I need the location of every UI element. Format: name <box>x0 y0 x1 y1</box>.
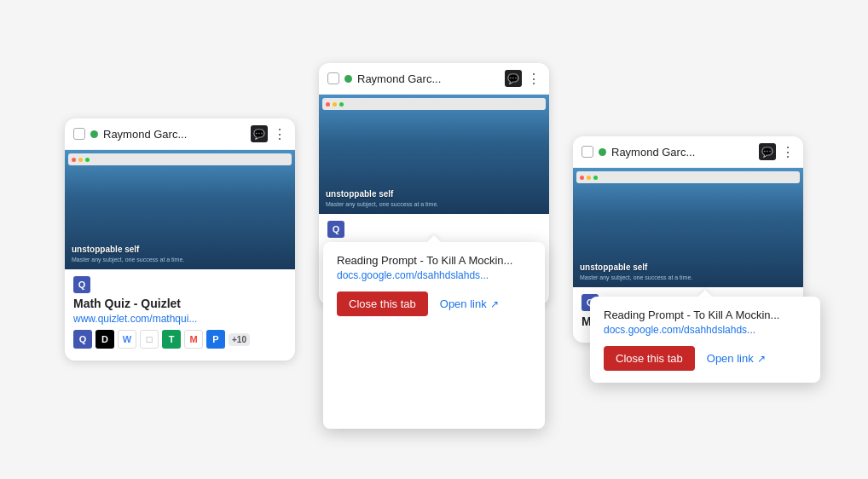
student-name-1: Raymond Garc... <box>103 128 246 141</box>
status-dot-2 <box>344 75 352 83</box>
tab-popup-2: Reading Prompt - To Kill A Mockin... doc… <box>323 242 545 429</box>
tab-popup-3: Reading Prompt - To Kill A Mockin... doc… <box>590 297 820 383</box>
favicon-1: Q <box>73 276 90 293</box>
tab-title-1: Math Quiz - Quizlet <box>73 297 286 310</box>
card-wrapper-1: Raymond Garc... ⋮ unstoppable self Maste… <box>65 118 295 361</box>
close-tab-button-3[interactable]: Close this tab <box>604 346 695 371</box>
shortcut-w-1[interactable]: W <box>118 330 136 349</box>
open-link-button-2[interactable]: Open link ↗ <box>440 297 499 310</box>
card-wrapper-3: Raymond Garc... ⋮ unstoppable self Maste… <box>573 136 803 343</box>
card-content-3: Q Math Quiz - Quizlet Reading Prompt - T… <box>573 287 803 334</box>
tab-checkbox-1[interactable] <box>73 128 85 140</box>
card-header-1: Raymond Garc... ⋮ <box>65 118 295 150</box>
student-name-3: Raymond Garc... <box>611 146 754 159</box>
tab-checkbox-2[interactable] <box>327 72 339 84</box>
external-link-icon-3: ↗ <box>757 353 766 365</box>
card-header-3: Raymond Garc... ⋮ <box>573 136 803 168</box>
tab-checkbox-3[interactable] <box>582 146 593 158</box>
chat-icon-1[interactable] <box>251 125 268 142</box>
popup-actions-2: Close this tab Open link ↗ <box>337 291 531 316</box>
card-content-1: Q Math Quiz - Quizlet www.quizlet.com/ma… <box>65 269 295 352</box>
shortcut-p-1[interactable]: P <box>206 330 225 349</box>
favicon-2: Q <box>327 221 344 238</box>
browser-bar-3 <box>576 171 800 183</box>
tab-screenshot-3: unstoppable self Master any subject, one… <box>573 168 803 287</box>
shortcut-m-1[interactable]: M <box>184 330 203 349</box>
more-icon-3[interactable]: ⋮ <box>781 144 795 160</box>
popup-url-2[interactable]: docs.google.com/dsahhdslahds... <box>337 269 531 281</box>
popup-url-3[interactable]: docs.google.com/dsahhdslahds... <box>604 324 807 336</box>
status-dot-3 <box>599 148 606 156</box>
open-link-button-3[interactable]: Open link ↗ <box>707 352 766 365</box>
close-tab-button-2[interactable]: Close this tab <box>337 291 428 316</box>
popup-actions-3: Close this tab Open link ↗ <box>604 346 807 371</box>
tab-url-1[interactable]: www.quizlet.com/mathqui... <box>73 313 286 325</box>
shortcut-d-1[interactable]: D <box>95 330 114 349</box>
shortcut-more-1[interactable]: +10 <box>229 333 250 346</box>
popup-title-3: Reading Prompt - To Kill A Mockin... <box>604 309 807 321</box>
tab-card-3: Raymond Garc... ⋮ unstoppable self Maste… <box>573 136 803 343</box>
student-name-2: Raymond Garc... <box>357 72 500 85</box>
chat-icon-3[interactable] <box>759 143 776 160</box>
more-icon-2[interactable]: ⋮ <box>527 71 541 87</box>
external-link-icon-2: ↗ <box>490 298 499 310</box>
shortcut-t-1[interactable]: T <box>162 330 181 349</box>
chat-icon-2[interactable] <box>505 70 522 87</box>
card-wrapper-2: Raymond Garc... ⋮ unstoppable self Maste… <box>319 63 549 305</box>
shortcut-bar-1: Q D W □ T M P +10 <box>73 330 286 349</box>
browser-bar-2 <box>322 98 546 110</box>
shortcut-doc-1[interactable]: □ <box>140 330 159 349</box>
tab-screenshot-2: unstoppable self Master any subject, one… <box>319 95 549 214</box>
more-icon-1[interactable]: ⋮ <box>273 126 286 142</box>
tab-card-1: Raymond Garc... ⋮ unstoppable self Maste… <box>65 118 295 361</box>
status-dot-1 <box>90 130 98 138</box>
popup-title-2: Reading Prompt - To Kill A Mockin... <box>337 254 531 267</box>
shortcut-quizlet-1[interactable]: Q <box>73 330 92 349</box>
tab-screenshot-1: unstoppable self Master any subject, one… <box>65 150 295 269</box>
card-header-2: Raymond Garc... ⋮ <box>319 63 549 95</box>
browser-bar-1 <box>68 153 292 165</box>
